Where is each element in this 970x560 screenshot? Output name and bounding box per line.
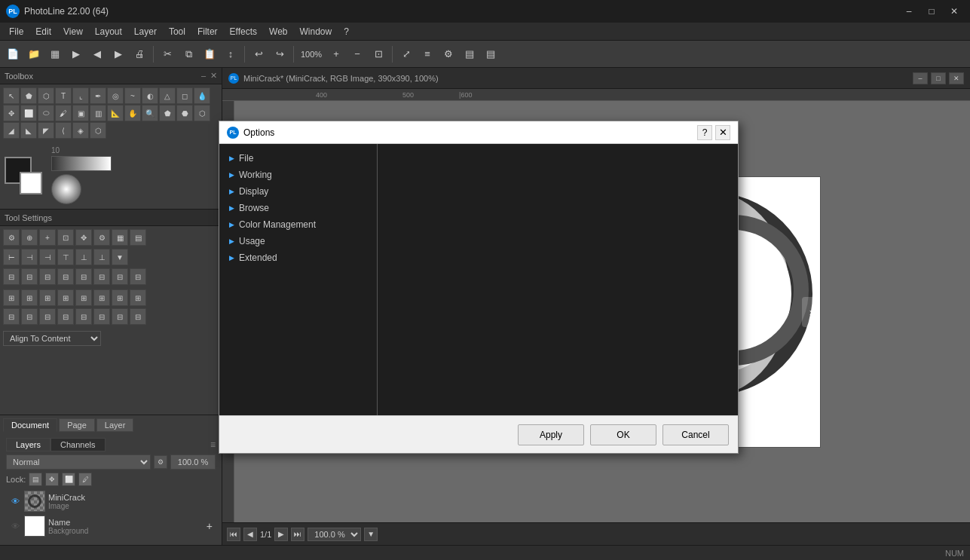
tool-magic[interactable]: ⬡	[38, 87, 54, 104]
tab-document[interactable]: Document	[3, 418, 57, 432]
tool-r3-5[interactable]: ◈	[72, 122, 89, 139]
menu-layout[interactable]: Layout	[89, 23, 128, 40]
toolbar-move[interactable]: ↕	[221, 44, 240, 64]
toolbar-print[interactable]: 🖨	[130, 44, 149, 64]
align-dropdown[interactable]: Align To Content	[3, 331, 101, 346]
opacity-input[interactable]	[170, 454, 216, 470]
tool-r3-6[interactable]: ⬡	[90, 122, 106, 139]
ts-align-mid[interactable]: ⊥	[75, 249, 92, 265]
tree-item-usage[interactable]: ▶ Usage	[219, 233, 377, 249]
menu-help[interactable]: ?	[338, 23, 355, 40]
nav-first[interactable]: ⏮	[227, 528, 240, 541]
close-button[interactable]: ✕	[944, 4, 964, 19]
ts-icon-6[interactable]: ⚙	[93, 229, 110, 246]
tree-item-browse[interactable]: ▶ Browse	[219, 200, 377, 216]
ts-grid-6[interactable]: ⊞	[93, 289, 110, 306]
tool-measure[interactable]: 📐	[107, 105, 124, 121]
layer-add-btn[interactable]: +	[207, 520, 213, 532]
toolbar-align[interactable]: ≡	[418, 44, 437, 64]
toolbar-new[interactable]: 📄	[3, 44, 23, 64]
menu-filter[interactable]: Filter	[191, 23, 224, 40]
tree-item-extended[interactable]: ▶ Extended	[219, 249, 377, 266]
tab-layer[interactable]: Layer	[96, 418, 134, 432]
tool-r3-2[interactable]: ◣	[20, 122, 37, 139]
toolbox-close[interactable]: ✕	[210, 71, 217, 81]
toolbar-cut[interactable]: ✂	[158, 44, 177, 64]
lock-move[interactable]: ⬜	[62, 473, 75, 486]
layers-menu-icon[interactable]: ≡	[210, 439, 216, 450]
tool-select[interactable]: ↖	[3, 87, 20, 104]
ts-icon-2[interactable]: ⊕	[21, 229, 38, 246]
ts-dist-3[interactable]: ⊟	[39, 268, 56, 285]
layer-item-minicrack[interactable]: 👁 MiniCrack Image	[6, 489, 216, 513]
ts-icon-7[interactable]: ▦	[112, 229, 128, 246]
doc-minimize[interactable]: –	[913, 72, 928, 84]
toolbar-undo[interactable]: ↩	[249, 44, 268, 64]
layer-vis-minicrack[interactable]: 👁	[9, 495, 21, 507]
tool-zoom[interactable]: 🔍	[142, 105, 158, 121]
toolbar-copy[interactable]: ⧉	[179, 44, 198, 64]
ok-button[interactable]: OK	[590, 424, 656, 445]
ts-dist-8[interactable]: ⊟	[130, 268, 146, 285]
ts-dist-4[interactable]: ⊟	[57, 268, 74, 285]
tool-eyedrop[interactable]: 💧	[194, 87, 210, 104]
menu-web[interactable]: Web	[263, 23, 293, 40]
ts-dist-5[interactable]: ⊟	[75, 268, 92, 285]
apply-button[interactable]: Apply	[518, 424, 584, 445]
layer-item-background[interactable]: 👁 Name Background +	[6, 514, 216, 538]
ts-r4-6[interactable]: ⊟	[93, 308, 110, 325]
doc-close[interactable]: ✕	[949, 72, 964, 84]
tool-lasso[interactable]: ⬟	[20, 87, 37, 104]
ts-r4-4[interactable]: ⊟	[57, 308, 74, 325]
toolbar-zoom-in[interactable]: +	[326, 44, 346, 64]
toolbar-grid[interactable]: ▦	[45, 44, 65, 64]
toolbox-minus[interactable]: –	[201, 71, 206, 81]
ts-r4-8[interactable]: ⊟	[130, 308, 146, 325]
menu-tool[interactable]: Tool	[163, 23, 191, 40]
ts-grid-4[interactable]: ⊞	[57, 289, 74, 306]
toolbar-paste[interactable]: 📋	[200, 44, 219, 64]
toolbar-extra2[interactable]: ▤	[481, 44, 500, 64]
maximize-button[interactable]: □	[922, 4, 941, 19]
ts-r4-7[interactable]: ⊟	[112, 308, 128, 325]
tool-pen[interactable]: ✒	[90, 87, 106, 104]
tool-gradient[interactable]: ▥	[90, 105, 106, 121]
menu-view[interactable]: View	[57, 23, 89, 40]
ts-r4-3[interactable]: ⊟	[39, 308, 56, 325]
tool-r3-3[interactable]: ◤	[38, 122, 54, 139]
ts-grid-3[interactable]: ⊞	[39, 289, 56, 306]
blend-mode-select[interactable]: Normal	[6, 454, 151, 470]
ts-r4-5[interactable]: ⊟	[75, 308, 92, 325]
brush-size-slider[interactable]	[51, 156, 112, 171]
ts-align-top[interactable]: ⊤	[57, 249, 74, 265]
background-color[interactable]	[20, 172, 42, 194]
toolbar-next[interactable]: ▶	[109, 44, 128, 64]
tool-r3-4[interactable]: ⟨	[55, 122, 72, 139]
ts-icon-1[interactable]: ⚙	[3, 229, 20, 246]
tool-move[interactable]: ✥	[3, 105, 20, 121]
ts-grid-8[interactable]: ⊞	[130, 289, 146, 306]
ts-icon-8[interactable]: ▤	[130, 229, 146, 246]
ts-align-center[interactable]: ⊣	[21, 249, 38, 265]
channels-tab[interactable]: Channels	[50, 438, 105, 451]
tool-hand[interactable]: ✋	[124, 105, 141, 121]
nav-last[interactable]: ⏭	[291, 528, 304, 541]
tool-dodge[interactable]: △	[159, 87, 176, 104]
tool-erase[interactable]: ◻	[176, 87, 193, 104]
ts-dist-7[interactable]: ⊟	[112, 268, 128, 285]
ts-align-left[interactable]: ⊢	[3, 249, 20, 265]
tool-r3-1[interactable]: ◢	[3, 122, 20, 139]
tool-smudge[interactable]: ~	[124, 87, 141, 104]
ts-dist-2[interactable]: ⊟	[21, 268, 38, 285]
doc-maximize[interactable]: □	[931, 72, 946, 84]
lock-all[interactable]: 🖊	[78, 473, 92, 486]
nav-next[interactable]: ▶	[274, 528, 288, 541]
lock-paint[interactable]: ✥	[45, 473, 59, 486]
toolbar-settings[interactable]: ⚙	[439, 44, 458, 64]
tool-stamp[interactable]: ◎	[107, 87, 124, 104]
color-swatches[interactable]	[5, 157, 42, 194]
tool-rect[interactable]: ⬜	[20, 105, 37, 121]
tool-blur[interactable]: ◐	[142, 87, 158, 104]
dialog-close-button[interactable]: ✕	[715, 125, 730, 140]
toolbar-extra1[interactable]: ▤	[460, 44, 479, 64]
